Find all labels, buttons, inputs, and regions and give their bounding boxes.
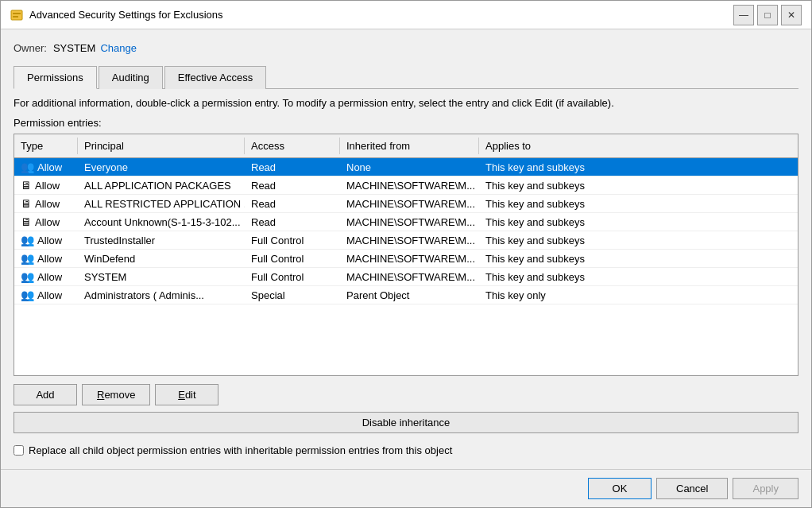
remove-button[interactable]: Remove: [82, 384, 150, 405]
col-inherited: Inherited from: [340, 138, 479, 154]
users-icon: 👥: [21, 252, 34, 265]
replace-checkbox[interactable]: [14, 445, 24, 456]
action-buttons: Add Remove Edit: [14, 384, 798, 405]
svg-rect-1: [13, 13, 21, 14]
main-window: Advanced Security Settings for Exclusion…: [0, 0, 812, 508]
window-icon: [10, 9, 23, 21]
info-text: For additional information, double-click…: [14, 97, 798, 109]
permissions-table: Type Principal Access Inherited from App…: [14, 134, 798, 376]
pkg-icon: 🖥: [21, 179, 32, 192]
add-button[interactable]: Add: [14, 384, 77, 405]
disable-inheritance-button[interactable]: Disable inheritance: [14, 412, 798, 433]
table-row[interactable]: 👥 Allow WinDefend Full Control MACHINE\S…: [14, 250, 798, 268]
ok-button[interactable]: OK: [588, 478, 652, 499]
col-type: Type: [14, 138, 78, 154]
col-access: Access: [245, 138, 340, 154]
minimize-button[interactable]: —: [733, 5, 754, 25]
table-row[interactable]: 👥 Allow Everyone Read None This key and …: [14, 158, 798, 176]
apply-button[interactable]: Apply: [733, 478, 798, 499]
cancel-button[interactable]: Cancel: [656, 478, 728, 499]
owner-row: Owner: SYSTEM Change: [14, 42, 798, 54]
table-row[interactable]: 👥 Allow SYSTEM Full Control MACHINE\SOFT…: [14, 268, 798, 286]
pkg-icon: 🖥: [21, 197, 32, 210]
table-row[interactable]: 👥 Allow Administrators ( Adminis... Spec…: [14, 286, 798, 304]
svg-rect-2: [13, 16, 18, 17]
edit-button[interactable]: Edit: [155, 384, 218, 405]
close-button[interactable]: ✕: [781, 5, 802, 25]
svg-rect-0: [11, 10, 22, 20]
owner-label: Owner:: [14, 42, 47, 54]
remove-label: R: [97, 389, 104, 401]
title-bar: Advanced Security Settings for Exclusion…: [1, 1, 811, 29]
section-label: Permission entries:: [14, 117, 798, 129]
owner-name: SYSTEM: [53, 42, 95, 54]
table-header: Type Principal Access Inherited from App…: [14, 134, 798, 158]
users-icon: 👥: [21, 289, 34, 301]
pkg-icon: 🖥: [21, 215, 32, 228]
tab-permissions[interactable]: Permissions: [14, 66, 97, 89]
checkbox-label: Replace all child object permission entr…: [29, 444, 452, 456]
window-body: Owner: SYSTEM Change Permissions Auditin…: [1, 29, 811, 469]
window-controls: — □ ✕: [733, 5, 802, 25]
tabs-container: Permissions Auditing Effective Access: [14, 65, 798, 89]
table-row[interactable]: 🖥 Allow ALL APPLICATION PACKAGES Read MA…: [14, 176, 798, 195]
table-row[interactable]: 🖥 Allow ALL RESTRICTED APPLICATION ... R…: [14, 195, 798, 213]
table-body: 👥 Allow Everyone Read None This key and …: [14, 158, 798, 375]
change-owner-link[interactable]: Change: [100, 42, 137, 54]
table-row[interactable]: 🖥 Allow Account Unknown(S-1-15-3-102... …: [14, 213, 798, 231]
col-applies: Applies to: [479, 138, 798, 154]
users-icon: 👥: [21, 161, 34, 173]
tab-effective-access[interactable]: Effective Access: [164, 66, 266, 89]
restore-button[interactable]: □: [757, 5, 778, 25]
footer: OK Cancel Apply: [1, 469, 811, 507]
users-icon: 👥: [21, 270, 34, 283]
tab-auditing[interactable]: Auditing: [99, 66, 163, 89]
users-icon: 👥: [21, 234, 34, 246]
window-title: Advanced Security Settings for Exclusion…: [29, 9, 733, 21]
table-row[interactable]: 👥 Allow TrustedInstaller Full Control MA…: [14, 231, 798, 250]
checkbox-row: Replace all child object permission entr…: [14, 444, 798, 456]
edit-label: E: [178, 389, 185, 401]
col-principal: Principal: [78, 138, 245, 154]
